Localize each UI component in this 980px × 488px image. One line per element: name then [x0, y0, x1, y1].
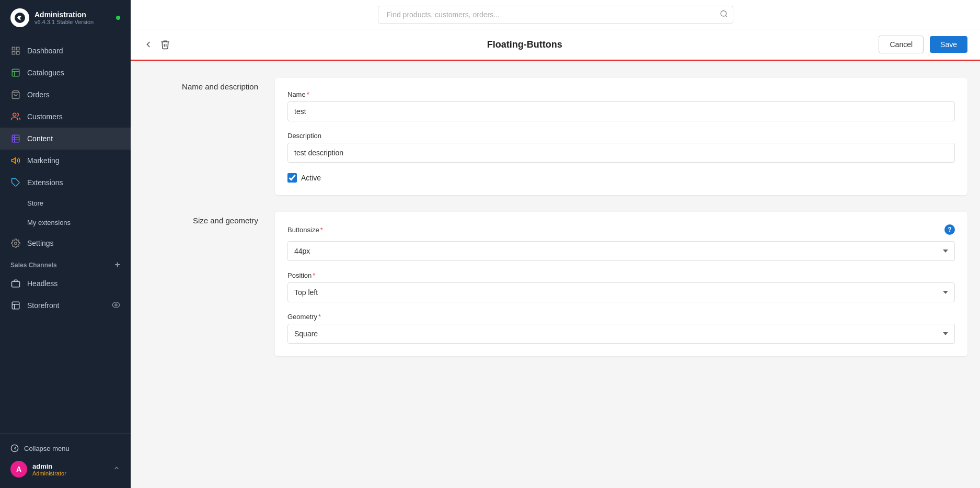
chevron-up-icon[interactable] — [113, 464, 120, 474]
settings-label: Settings — [27, 239, 54, 247]
sidebar-item-headless[interactable]: Headless — [0, 273, 131, 294]
description-label: Description — [287, 132, 955, 140]
customers-icon — [10, 111, 21, 122]
name-field-group: Name* — [287, 90, 955, 121]
size-geometry-card: Buttonsize* ? 44px 48px 52px 56px — [275, 212, 967, 356]
sidebar-item-my-extensions[interactable]: My extensions — [0, 213, 131, 232]
store-label: Store — [27, 199, 43, 207]
sales-channels-label: Sales Channels — [10, 262, 57, 269]
active-field-group: Active — [287, 173, 955, 183]
svg-rect-8 — [12, 135, 19, 142]
save-button[interactable]: Save — [930, 36, 967, 53]
sidebar-item-extensions[interactable]: Extensions — [0, 172, 131, 194]
cancel-button[interactable]: Cancel — [879, 36, 924, 53]
svg-rect-3 — [12, 52, 15, 54]
buttonsize-field-group: Buttonsize* ? 44px 48px 52px 56px — [287, 224, 955, 261]
collapse-menu-button[interactable]: Collapse menu — [8, 440, 122, 457]
content-area: Name and description Name* Description — [131, 61, 980, 488]
search-input[interactable] — [378, 6, 733, 24]
headless-label: Headless — [27, 279, 57, 288]
sidebar-nav: Dashboard Catalogues Orders Customers — [0, 36, 131, 433]
name-label: Name* — [287, 90, 955, 98]
delete-button[interactable] — [160, 39, 170, 50]
sidebar-item-marketing[interactable]: Marketing — [0, 150, 131, 172]
content-icon — [10, 133, 21, 144]
name-input[interactable] — [287, 101, 955, 121]
add-channel-button[interactable]: + — [114, 259, 120, 270]
svg-rect-4 — [17, 52, 19, 54]
collapse-label: Collapse menu — [24, 445, 70, 452]
active-label: Active — [301, 174, 321, 182]
marketing-icon — [10, 155, 21, 166]
svg-point-7 — [13, 113, 16, 116]
size-geometry-section: Size and geometry Buttonsize* ? 44px 48p… — [143, 212, 967, 356]
sales-channels-section: Sales Channels + — [0, 254, 131, 273]
sidebar-item-customers[interactable]: Customers — [0, 106, 131, 128]
position-field-group: Position* Top left Top right Bottom left… — [287, 271, 955, 302]
name-description-card: Name* Description Active — [275, 78, 967, 195]
svg-rect-13 — [12, 302, 19, 309]
active-checkbox-row: Active — [287, 173, 955, 183]
admin-name: admin — [32, 462, 66, 470]
eye-icon — [112, 301, 120, 311]
orders-icon — [10, 89, 21, 100]
position-label: Position* — [287, 271, 955, 279]
buttonsize-label-row: Buttonsize* ? — [287, 224, 955, 235]
description-field-group: Description — [287, 132, 955, 163]
extensions-icon — [10, 177, 21, 188]
extensions-label: Extensions — [27, 178, 63, 187]
sidebar-item-content[interactable]: Content — [0, 128, 131, 150]
topbar — [131, 0, 980, 29]
app-version: v6.4.3.1 Stable Version — [34, 19, 94, 25]
sidebar-item-settings[interactable]: Settings — [0, 232, 131, 254]
sidebar-item-storefront[interactable]: Storefront — [0, 294, 131, 316]
catalogues-label: Catalogues — [27, 69, 64, 77]
search-bar — [378, 6, 733, 24]
sidebar-item-store[interactable]: Store — [0, 194, 131, 213]
svg-point-16 — [721, 10, 727, 16]
content-label: Content — [27, 134, 53, 143]
sidebar-item-dashboard[interactable]: Dashboard — [0, 40, 131, 62]
buttonsize-help-icon[interactable]: ? — [944, 224, 955, 235]
svg-rect-12 — [12, 281, 20, 287]
sidebar-header: Administration v6.4.3.1 Stable Version — [0, 0, 131, 36]
name-description-label: Name and description — [143, 78, 258, 195]
name-description-section: Name and description Name* Description — [143, 78, 967, 195]
admin-role: Administrator — [32, 470, 66, 476]
svg-line-17 — [725, 15, 727, 17]
svg-rect-5 — [12, 69, 19, 76]
name-required: * — [307, 90, 309, 98]
search-button[interactable] — [720, 9, 728, 19]
buttonsize-select[interactable]: 44px 48px 52px 56px — [287, 241, 955, 261]
back-button[interactable] — [143, 39, 154, 50]
status-indicator — [116, 16, 120, 20]
sidebar-item-orders[interactable]: Orders — [0, 84, 131, 106]
sidebar-footer: Collapse menu A admin Administrator — [0, 433, 131, 488]
customers-label: Customers — [27, 112, 63, 121]
position-select[interactable]: Top left Top right Bottom left Bottom ri… — [287, 282, 955, 302]
app-title: Administration — [34, 10, 94, 19]
main-content: Floating-Buttons Cancel Save Name and de… — [131, 0, 980, 488]
svg-rect-1 — [12, 47, 15, 50]
geometry-label: Geometry* — [287, 313, 955, 321]
page-header: Floating-Buttons Cancel Save — [131, 29, 980, 61]
svg-point-14 — [115, 304, 117, 306]
svg-marker-9 — [12, 158, 16, 164]
active-checkbox[interactable] — [287, 173, 297, 183]
description-input[interactable] — [287, 143, 955, 163]
settings-icon — [10, 238, 21, 248]
dashboard-icon — [10, 46, 21, 56]
storefront-label: Storefront — [27, 301, 59, 310]
sidebar: Administration v6.4.3.1 Stable Version D… — [0, 0, 131, 488]
geometry-select[interactable]: Square Circle Rounded — [287, 324, 955, 344]
sidebar-item-catalogues[interactable]: Catalogues — [0, 62, 131, 84]
my-extensions-label: My extensions — [27, 219, 71, 226]
buttonsize-label: Buttonsize* — [287, 226, 323, 234]
app-logo — [10, 8, 29, 27]
orders-label: Orders — [27, 90, 50, 99]
svg-point-11 — [15, 242, 17, 245]
storefront-icon — [10, 300, 21, 311]
geometry-field-group: Geometry* Square Circle Rounded — [287, 313, 955, 344]
svg-rect-2 — [17, 47, 19, 50]
size-geometry-label: Size and geometry — [143, 212, 258, 356]
